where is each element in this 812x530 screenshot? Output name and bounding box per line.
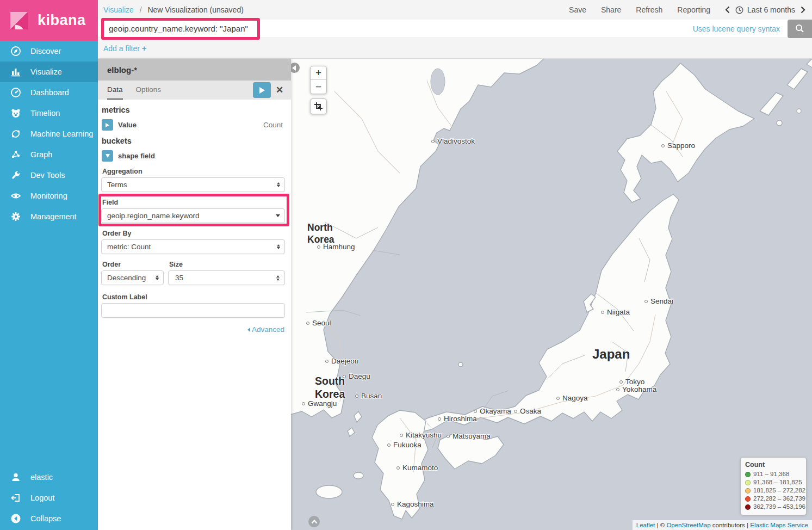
share-button[interactable]: Share <box>601 5 621 14</box>
chevron-up-icon <box>311 520 318 524</box>
order-select[interactable]: Descending <box>101 270 164 285</box>
openstreetmap-link[interactable]: OpenStreetMap <box>666 522 710 528</box>
city-dot <box>556 397 560 400</box>
legend-row: 181,825 – 272,282 <box>745 486 802 495</box>
sidebar-item-dev-tools[interactable]: Dev Tools <box>0 165 98 186</box>
select-arrows-icon <box>277 182 280 187</box>
breadcrumb-visualize-link[interactable]: Visualize <box>103 5 134 14</box>
city-label: Daejeon <box>325 357 358 365</box>
timepicker-label: Last 6 months <box>747 5 795 14</box>
city-dot <box>431 140 435 143</box>
sidebar-item-label: Monitoring <box>30 192 67 200</box>
leaflet-link[interactable]: Leaflet <box>636 522 655 528</box>
legend-color-dot <box>745 496 751 502</box>
legend-color-dot <box>745 472 751 477</box>
city-label: Seoul <box>306 319 331 327</box>
metric-value-row: Value Count <box>102 119 285 131</box>
tab-data[interactable]: Data <box>107 81 123 100</box>
sidebar-item-logout[interactable]: Logout <box>0 488 98 508</box>
legend-color-dot <box>745 480 751 485</box>
city-label: Gwangju <box>302 399 337 408</box>
content: elblog-* Data Options ✕ metrics Value Co… <box>98 59 812 530</box>
timepicker-button[interactable]: Last 6 months <box>735 5 795 14</box>
sidebar-item-graph[interactable]: Graph <box>0 144 98 165</box>
machine-learning-icon <box>10 128 22 139</box>
sidebar-item-label: Dashboard <box>30 88 69 97</box>
bar-chart-icon <box>10 66 22 77</box>
field-combobox[interactable]: geoip.region_name.keyword <box>101 208 285 223</box>
timepicker-group: Last 6 months <box>725 5 805 14</box>
custom-label-input[interactable] <box>101 303 285 318</box>
sidebar-item-monitoring[interactable]: Monitoring <box>0 186 98 206</box>
bucket-toggle-button[interactable] <box>102 150 113 162</box>
discard-changes-button[interactable]: ✕ <box>272 82 287 98</box>
zoom-in-button[interactable]: + <box>311 66 326 80</box>
sidebar-item-label: elastic <box>30 473 53 482</box>
sidebar-item-label: Discover <box>30 47 61 56</box>
fit-bounds-button[interactable] <box>310 98 327 114</box>
add-filter-link[interactable]: Add a filter + <box>103 44 147 53</box>
apply-changes-button[interactable] <box>253 82 271 98</box>
city-dot <box>644 300 648 303</box>
zoom-control: + − <box>310 66 327 94</box>
city-dot <box>355 395 358 398</box>
order-by-select[interactable]: metric: Count <box>101 239 285 254</box>
clock-icon <box>735 6 743 14</box>
zoom-out-button[interactable]: − <box>311 80 326 94</box>
basemap-svg <box>291 59 812 530</box>
reporting-button[interactable]: Reporting <box>677 5 710 14</box>
brand-name: kibana <box>38 12 86 29</box>
city-dot <box>387 443 390 447</box>
caret-down-icon <box>276 214 280 217</box>
gear-icon <box>10 211 22 222</box>
sidebar-item-dashboard[interactable]: Dashboard <box>0 82 98 103</box>
size-input[interactable] <box>170 274 275 282</box>
sidebar: kibana Discover Visualize Dashboard <box>0 0 98 530</box>
city-dot <box>391 503 394 506</box>
sidebar-item-visualize[interactable]: Visualize <box>0 61 98 82</box>
city-dot <box>343 375 346 378</box>
city-dot <box>306 322 309 325</box>
city-dot <box>325 360 328 363</box>
refresh-button[interactable]: Refresh <box>636 5 662 14</box>
config-body: metrics Value Count buckets shape field … <box>98 100 291 530</box>
sidebar-item-collapse[interactable]: Collapse <box>0 508 98 529</box>
breadcrumb-page-title: New Visualization (unsaved) <box>147 5 243 14</box>
chevron-left-icon <box>292 65 296 71</box>
city-dot <box>661 144 665 147</box>
city-dot <box>302 402 305 405</box>
sidebar-item-discover[interactable]: Discover <box>0 41 98 61</box>
metric-toggle-button[interactable] <box>102 119 113 131</box>
time-back-button[interactable] <box>725 6 730 14</box>
sidebar-item-machine-learning[interactable]: Machine Learning <box>0 124 98 144</box>
main-area: Visualize / New Visualization (unsaved) … <box>98 0 812 530</box>
region-map[interactable]: + − North Korea South Korea Japan Vladiv… <box>291 59 812 530</box>
search-button[interactable] <box>788 20 812 38</box>
country-label-south-korea: South Korea <box>315 374 345 401</box>
query-input[interactable] <box>98 24 693 33</box>
time-forward-button[interactable] <box>801 6 805 14</box>
lucene-syntax-link[interactable]: Uses lucene query syntax <box>693 24 780 33</box>
order-by-label: Order By <box>102 230 285 237</box>
sidebar-item-label: Collapse <box>30 514 61 523</box>
spy-panel-toggle[interactable] <box>308 516 320 527</box>
sidebar-nav: Discover Visualize Dashboard Timelion <box>0 41 98 227</box>
tab-options[interactable]: Options <box>136 81 162 100</box>
buckets-section-title: buckets <box>102 137 285 145</box>
bucket-shape-field-row: shape field <box>102 150 285 162</box>
sidebar-item-management[interactable]: Management <box>0 206 98 227</box>
aggregation-select[interactable]: Terms <box>101 177 285 192</box>
legend-row: 911 – 91,368 <box>745 470 802 478</box>
city-label: Kagoshima <box>391 500 434 508</box>
city-label: Sendai <box>644 297 673 305</box>
city-dot <box>317 245 320 249</box>
index-pattern-header: elblog-* <box>98 59 291 81</box>
map-legend: Count 911 – 91,368 91,368 – 181,825 181,… <box>740 457 807 515</box>
stepper-arrows-icon[interactable] <box>275 274 281 282</box>
save-button[interactable]: Save <box>569 5 586 14</box>
sidebar-item-timelion[interactable]: Timelion <box>0 103 98 124</box>
advanced-toggle-link[interactable]: Advanced <box>247 325 284 334</box>
sidebar-item-user-elastic[interactable]: elastic <box>0 467 98 488</box>
kibana-logo[interactable]: kibana <box>0 0 98 41</box>
elastic-maps-service-link[interactable]: Elastic Maps Service <box>750 522 808 528</box>
